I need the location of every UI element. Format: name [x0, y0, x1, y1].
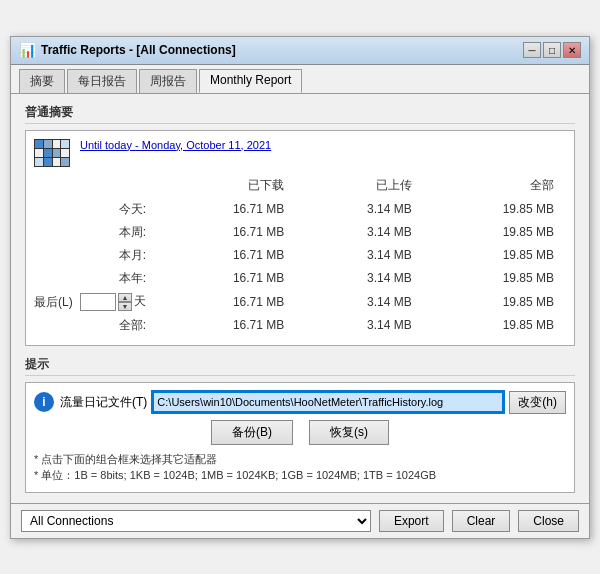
spinner-buttons: ▲ ▼	[118, 293, 132, 311]
col-header-upload: 已上传	[296, 175, 423, 198]
tips-notes: * 点击下面的组合框来选择其它适配器 * 单位：1B = 8bits; 1KB …	[34, 451, 566, 484]
app-icon: 📊	[19, 42, 35, 58]
tab-summary[interactable]: 摘要	[19, 69, 65, 93]
last-download: 16.71 MB	[154, 290, 296, 314]
connections-select[interactable]: All Connections	[21, 510, 371, 532]
table-row: 本周: 16.71 MB 3.14 MB 19.85 MB	[34, 221, 566, 244]
log-file-label: 流量日记文件(T)	[60, 394, 147, 411]
content-area: 普通摘要	[11, 94, 589, 503]
today-upload: 3.14 MB	[296, 198, 423, 221]
row-label-year: 本年:	[34, 267, 154, 290]
grid-graphic	[34, 139, 70, 167]
spinner-down-button[interactable]: ▼	[118, 302, 132, 311]
tab-weekly[interactable]: 周报告	[139, 69, 197, 93]
backup-button[interactable]: 备份(B)	[211, 420, 293, 445]
week-upload: 3.14 MB	[296, 221, 423, 244]
summary-section-title: 普通摘要	[25, 104, 575, 124]
window-title: Traffic Reports - [All Connections]	[41, 43, 523, 57]
today-total: 19.85 MB	[424, 198, 566, 221]
tip-note-1: * 点击下面的组合框来选择其它适配器	[34, 451, 566, 468]
last-upload: 3.14 MB	[296, 290, 423, 314]
days-spinner-input[interactable]: 30	[80, 293, 116, 311]
action-buttons: 备份(B) 恢复(s)	[34, 420, 566, 445]
window-controls: ─ □ ✕	[523, 42, 581, 58]
log-path-input[interactable]	[153, 392, 503, 412]
year-total: 19.85 MB	[424, 267, 566, 290]
tab-daily[interactable]: 每日报告	[67, 69, 137, 93]
week-download: 16.71 MB	[154, 221, 296, 244]
col-header-download: 已下载	[154, 175, 296, 198]
row-label-all: 全部:	[34, 314, 154, 337]
spinner-unit: 天	[134, 293, 146, 310]
tips-section-title: 提示	[25, 356, 575, 376]
all-total: 19.85 MB	[424, 314, 566, 337]
summary-header: Until today - Monday, October 11, 2021	[34, 139, 566, 167]
year-upload: 3.14 MB	[296, 267, 423, 290]
date-range-text[interactable]: Until today - Monday, October 11, 2021	[80, 139, 271, 151]
table-row: 本月: 16.71 MB 3.14 MB 19.85 MB	[34, 244, 566, 267]
spinner-up-button[interactable]: ▲	[118, 293, 132, 302]
row-label-week: 本周:	[34, 221, 154, 244]
table-row: 今天: 16.71 MB 3.14 MB 19.85 MB	[34, 198, 566, 221]
clear-button[interactable]: Clear	[452, 510, 511, 532]
col-header-total: 全部	[424, 175, 566, 198]
row-label-today: 今天:	[34, 198, 154, 221]
close-button[interactable]: Close	[518, 510, 579, 532]
all-download: 16.71 MB	[154, 314, 296, 337]
restore-button[interactable]: 恢复(s)	[309, 420, 389, 445]
stats-table: 已下载 已上传 全部 今天: 16.71 MB 3.14 MB 19.85 MB…	[34, 175, 566, 337]
today-download: 16.71 MB	[154, 198, 296, 221]
table-row-last: 最后(L) 30 ▲ ▼ 天 16.71 MB 3.14 MB	[34, 290, 566, 314]
tips-box: i 流量日记文件(T) 改变(h) 备份(B) 恢复(s) * 点击下面的组合框…	[25, 382, 575, 493]
close-window-button[interactable]: ✕	[563, 42, 581, 58]
tab-bar: 摘要 每日报告 周报告 Monthly Report	[11, 65, 589, 94]
maximize-button[interactable]: □	[543, 42, 561, 58]
spinner-container: 30 ▲ ▼ 天	[80, 293, 146, 311]
change-button[interactable]: 改变(h)	[509, 391, 566, 414]
main-window: 📊 Traffic Reports - [All Connections] ─ …	[10, 36, 590, 539]
table-row: 全部: 16.71 MB 3.14 MB 19.85 MB	[34, 314, 566, 337]
summary-icon	[34, 139, 70, 167]
log-file-row: i 流量日记文件(T) 改变(h)	[34, 391, 566, 414]
year-download: 16.71 MB	[154, 267, 296, 290]
month-total: 19.85 MB	[424, 244, 566, 267]
week-total: 19.85 MB	[424, 221, 566, 244]
summary-box: Until today - Monday, October 11, 2021 已…	[25, 130, 575, 346]
export-button[interactable]: Export	[379, 510, 444, 532]
month-download: 16.71 MB	[154, 244, 296, 267]
footer: All Connections Export Clear Close	[11, 503, 589, 538]
tip-note-2: * 单位：1B = 8bits; 1KB = 1024B; 1MB = 1024…	[34, 467, 566, 484]
tips-section: 提示 i 流量日记文件(T) 改变(h) 备份(B) 恢复(s) * 点击下面的…	[25, 356, 575, 493]
month-upload: 3.14 MB	[296, 244, 423, 267]
table-row: 本年: 16.71 MB 3.14 MB 19.85 MB	[34, 267, 566, 290]
row-label-month: 本月:	[34, 244, 154, 267]
row-label-last: 最后(L)	[34, 295, 73, 309]
all-upload: 3.14 MB	[296, 314, 423, 337]
minimize-button[interactable]: ─	[523, 42, 541, 58]
last-total: 19.85 MB	[424, 290, 566, 314]
tab-monthly[interactable]: Monthly Report	[199, 69, 302, 93]
info-icon: i	[34, 392, 54, 412]
title-bar: 📊 Traffic Reports - [All Connections] ─ …	[11, 37, 589, 65]
